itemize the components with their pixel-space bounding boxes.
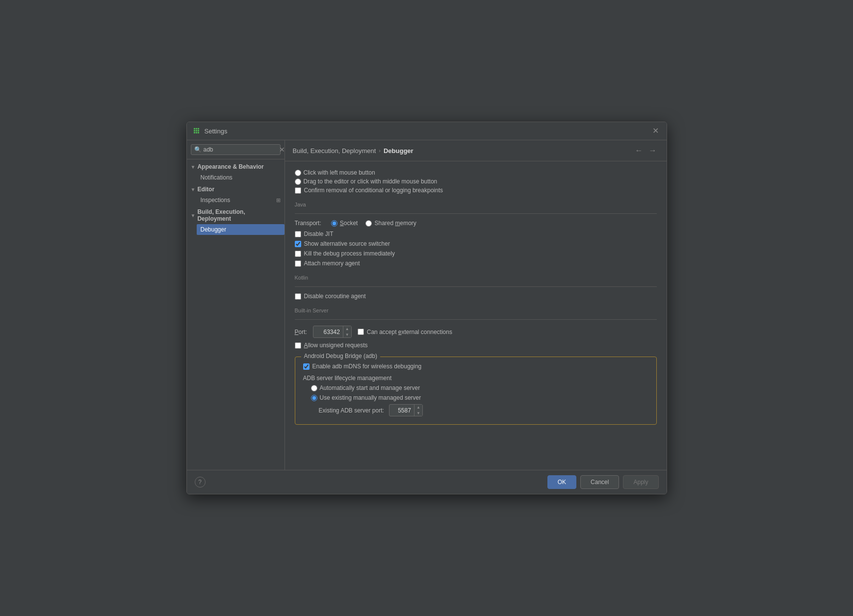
search-input-wrap: 🔍 ✕ [191, 144, 281, 155]
svg-rect-6 [194, 132, 195, 133]
port-row: Port: ▲ ▼ Can accept external connection… [295, 326, 657, 338]
cancel-button[interactable]: Cancel [580, 475, 619, 489]
ok-button[interactable]: OK [547, 475, 576, 489]
allow-unsigned-label: Allow unsigned requests [304, 342, 368, 349]
disable-jit-label: Disable JIT [304, 231, 334, 237]
can-accept-row[interactable]: Can accept external connections [358, 329, 452, 335]
notifications-label: Notifications [201, 174, 233, 181]
port-input[interactable] [313, 327, 343, 337]
sidebar-item-editor[interactable]: ▼ Editor [187, 184, 284, 195]
can-accept-checkbox[interactable] [358, 329, 364, 335]
existing-port-decrement-button[interactable]: ▼ [414, 411, 422, 416]
disable-jit-row[interactable]: Disable JIT [295, 231, 657, 237]
confirm-removal-label: Confirm removal of conditional or loggin… [304, 187, 443, 194]
port-input-wrap: ▲ ▼ [313, 326, 352, 338]
drag-to-editor-radio[interactable] [295, 179, 301, 185]
attach-memory-checkbox[interactable] [295, 260, 301, 267]
nav-tree: ▼ Appearance & Behavior Notifications ▼ … [187, 159, 284, 470]
nav-arrows: ← → [633, 145, 659, 156]
nav-group-editor: ▼ Editor Inspections ⊞ [187, 184, 284, 205]
click-left-mouse-radio[interactable] [295, 170, 301, 176]
allow-unsigned-row[interactable]: Allow unsigned requests [295, 342, 657, 349]
kotlin-divider [295, 286, 657, 287]
existing-port-increment-button[interactable]: ▲ [414, 405, 422, 411]
expand-arrow-appearance: ▼ [191, 164, 196, 170]
auto-start-radio-item[interactable]: Automatically start and manage server [311, 385, 648, 391]
nav-group-appearance: ▼ Appearance & Behavior Notifications [187, 161, 284, 183]
apply-button[interactable]: Apply [623, 475, 658, 489]
disable-coroutine-row[interactable]: Disable coroutine agent [295, 293, 657, 300]
kill-debug-label: Kill the debug process immediately [304, 250, 395, 257]
dialog-body: 🔍 ✕ ▼ Appearance & Behavior Notification… [187, 140, 667, 470]
sidebar-item-inspections[interactable]: Inspections ⊞ [197, 195, 284, 205]
existing-port-row: Existing ADB server port: ▲ ▼ [303, 404, 648, 416]
breadcrumb-separator: › [379, 148, 381, 154]
search-input[interactable] [204, 146, 277, 153]
breadcrumb-parent: Build, Execution, Deployment [293, 147, 376, 154]
existing-port-input[interactable] [389, 406, 414, 415]
svg-rect-8 [198, 132, 199, 133]
breadcrumb-current: Debugger [384, 147, 414, 154]
inspections-label: Inspections [201, 197, 231, 204]
back-button[interactable]: ← [633, 145, 645, 156]
breadcrumb-bar: Build, Execution, Deployment › Debugger … [285, 140, 667, 161]
editor-children: Inspections ⊞ [187, 195, 284, 205]
use-existing-radio[interactable] [311, 395, 317, 401]
port-decrement-button[interactable]: ▼ [343, 332, 351, 338]
shared-memory-radio-item[interactable]: Shared memory [365, 220, 416, 227]
enable-adb-mdns-row[interactable]: Enable adb mDNS for wireless debugging [303, 363, 648, 370]
socket-label: Socket [340, 220, 358, 227]
appearance-children: Notifications [187, 172, 284, 183]
appearance-behavior-label: Appearance & Behavior [197, 163, 263, 170]
adb-lifecycle-label: ADB server lifecycle management [303, 375, 648, 382]
use-existing-radio-item[interactable]: Use existing manually managed server [311, 394, 648, 401]
close-button[interactable]: ✕ [650, 126, 661, 136]
show-alt-source-row[interactable]: Show alternative source switcher [295, 240, 657, 247]
search-clear-icon[interactable]: ✕ [279, 146, 285, 153]
help-button[interactable]: ? [195, 477, 206, 488]
click-left-mouse-radio-item[interactable]: Click with left mouse button [295, 169, 657, 176]
nav-group-build: ▼ Build, Execution, Deployment Debugger [187, 206, 284, 235]
settings-icon [193, 127, 201, 135]
settings-panel: Click with left mouse button Drag to the… [285, 161, 667, 470]
auto-start-radio[interactable] [311, 385, 317, 391]
existing-port-input-wrap: ▲ ▼ [389, 404, 423, 416]
port-spinner: ▲ ▼ [343, 326, 351, 337]
sidebar: 🔍 ✕ ▼ Appearance & Behavior Notification… [187, 140, 285, 470]
transport-radio-group: Socket Shared memory [331, 220, 416, 227]
editor-label: Editor [197, 186, 214, 193]
disable-jit-checkbox[interactable] [295, 231, 301, 237]
click-left-mouse-label: Click with left mouse button [304, 169, 375, 176]
port-increment-button[interactable]: ▲ [343, 326, 351, 332]
allow-unsigned-checkbox[interactable] [295, 342, 301, 349]
action-buttons: OK Cancel Apply [547, 475, 659, 489]
settings-dialog: Settings ✕ 🔍 ✕ ▼ Appearance & Behavior [186, 122, 667, 494]
sidebar-item-build-execution[interactable]: ▼ Build, Execution, Deployment [187, 206, 284, 224]
debugger-label: Debugger [201, 226, 227, 233]
can-accept-label: Can accept external connections [367, 329, 452, 335]
socket-radio[interactable] [331, 220, 337, 227]
drag-to-editor-radio-item[interactable]: Drag to the editor or click with middle … [295, 178, 657, 185]
kill-debug-row[interactable]: Kill the debug process immediately [295, 250, 657, 257]
forward-button[interactable]: → [647, 145, 659, 156]
attach-memory-row[interactable]: Attach memory agent [295, 260, 657, 267]
socket-radio-item[interactable]: Socket [331, 220, 358, 227]
title-bar: Settings ✕ [187, 122, 667, 140]
svg-rect-5 [198, 130, 199, 131]
enable-adb-mdns-checkbox[interactable] [303, 363, 310, 370]
confirm-removal-checkbox-item[interactable]: Confirm removal of conditional or loggin… [295, 187, 657, 194]
transport-label: Transport: [295, 220, 321, 227]
kill-debug-checkbox[interactable] [295, 251, 301, 257]
java-divider [295, 213, 657, 214]
svg-rect-0 [194, 128, 195, 129]
existing-port-spinner: ▲ ▼ [414, 405, 422, 416]
svg-rect-1 [196, 128, 197, 129]
disable-coroutine-checkbox[interactable] [295, 293, 301, 300]
show-alt-source-checkbox[interactable] [295, 241, 301, 247]
sidebar-item-debugger[interactable]: Debugger [197, 224, 284, 235]
confirm-removal-checkbox[interactable] [295, 187, 301, 194]
shared-memory-radio[interactable] [365, 220, 372, 227]
sidebar-item-notifications[interactable]: Notifications [197, 172, 284, 183]
sidebar-item-appearance-behavior[interactable]: ▼ Appearance & Behavior [187, 161, 284, 172]
shared-memory-label: Shared memory [374, 220, 416, 227]
